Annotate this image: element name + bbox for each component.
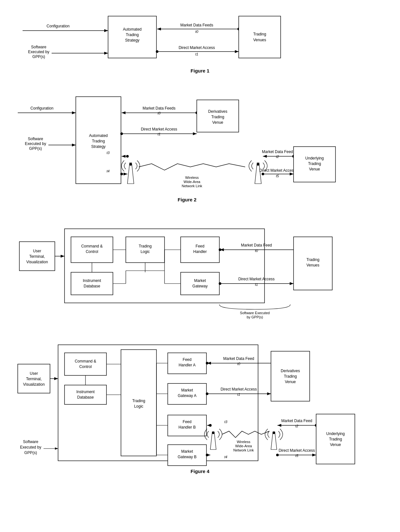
market-gateway-box-fig3 — [181, 272, 219, 295]
svg-point-130 — [273, 431, 275, 434]
figure-4-container: User Terminal, Visualization Software Ex… — [13, 332, 387, 480]
figure-4-svg: User Terminal, Visualization Software Ex… — [13, 332, 387, 480]
svg-text:Wide-Area: Wide-Area — [184, 180, 201, 184]
figure-2-title: Figure 2 — [178, 197, 196, 202]
svg-text:Logic: Logic — [134, 404, 144, 409]
instrument-db-box-fig4 — [65, 385, 106, 404]
svg-text:Command &: Command & — [75, 359, 96, 363]
svg-text:Trading: Trading — [308, 161, 321, 166]
figure-3-svg: User Terminal, Visualization Command & C… — [13, 219, 387, 322]
svg-text:Trading: Trading — [126, 33, 139, 37]
svg-text:Handler: Handler — [193, 249, 207, 254]
svg-text:Market: Market — [181, 449, 193, 454]
svg-point-119 — [206, 362, 208, 364]
config-label-fig1: Configuration — [46, 24, 69, 28]
wireless-label-fig2: Wireless — [185, 176, 199, 179]
svg-text:Feed: Feed — [183, 420, 191, 424]
svg-text:Underlying: Underlying — [326, 431, 345, 436]
mdf-underlying-label: Market Data Feed — [262, 150, 293, 154]
svg-text:Instrument: Instrument — [76, 390, 95, 394]
svg-text:Trading: Trading — [139, 244, 152, 248]
svg-text:t1: t1 — [157, 132, 160, 136]
svg-text:Strategy: Strategy — [91, 144, 106, 149]
svg-text:Database: Database — [77, 395, 94, 400]
software-gpp-label-fig3: Software Executed — [240, 311, 270, 315]
svg-text:Terminal,: Terminal, — [29, 254, 45, 259]
svg-text:Software: Software — [23, 440, 38, 444]
svg-text:Venue: Venue — [330, 442, 341, 447]
svg-text:Command &: Command & — [81, 244, 103, 248]
svg-text:Trading: Trading — [253, 32, 266, 36]
svg-text:Terminal,: Terminal, — [26, 377, 42, 381]
svg-text:t5: t5 — [276, 174, 279, 178]
figure-1-title: Figure 1 — [191, 68, 209, 73]
svg-text:Trading: Trading — [284, 374, 297, 379]
mdf-deriv-label: Market Data Feeds — [143, 106, 175, 111]
svg-text:Derivatives: Derivatives — [281, 369, 300, 373]
svg-text:t1: t1 — [255, 283, 258, 286]
svg-text:t1: t1 — [195, 52, 198, 56]
svg-text:Strategy: Strategy — [125, 38, 140, 43]
svg-text:t4: t4 — [106, 169, 109, 173]
svg-text:Gateway B: Gateway B — [178, 455, 197, 459]
svg-text:Handler A: Handler A — [179, 363, 196, 367]
figure-1-svg: Configuration Software Executed by GPP(s… — [13, 6, 387, 77]
svg-text:Venue: Venue — [285, 380, 296, 384]
svg-text:t2: t2 — [276, 155, 279, 159]
svg-text:Executed by: Executed by — [25, 141, 46, 146]
mdf-a-label: Market Data Feed — [223, 356, 254, 361]
svg-text:GPP(s): GPP(s) — [24, 450, 37, 455]
svg-text:Venue: Venue — [309, 167, 320, 171]
svg-text:t4: t4 — [224, 455, 227, 459]
wireless-label-fig4: Wireless — [237, 440, 251, 444]
config-label-fig2: Configuration — [30, 106, 53, 111]
software-label-fig1: Software — [31, 45, 46, 49]
ats-box-fig1 — [108, 16, 156, 58]
figure-2-container: Configuration Software Executed by GPP(s… — [13, 87, 387, 209]
svg-text:Venues: Venues — [306, 263, 319, 267]
svg-text:Trading: Trading — [132, 399, 145, 403]
svg-text:Trading: Trading — [211, 115, 224, 119]
figure-2-svg: Configuration Software Executed by GPP(s… — [13, 87, 387, 209]
svg-text:t3: t3 — [106, 151, 110, 155]
figure-4-title: Figure 4 — [191, 469, 210, 474]
svg-marker-36 — [255, 163, 261, 184]
svg-text:Automated: Automated — [89, 133, 108, 138]
svg-text:Visualization: Visualization — [23, 382, 45, 387]
market-data-label-fig1: Market Data Feeds — [180, 23, 213, 27]
svg-text:Underlying: Underlying — [305, 156, 324, 160]
svg-text:t0: t0 — [237, 362, 240, 366]
svg-text:t3: t3 — [224, 420, 227, 424]
svg-point-44 — [120, 173, 123, 175]
svg-point-35 — [129, 163, 132, 166]
svg-point-83 — [219, 282, 221, 285]
svg-text:Executed by: Executed by — [28, 50, 49, 54]
svg-text:User: User — [33, 249, 41, 253]
svg-text:Trading: Trading — [329, 437, 342, 441]
svg-point-37 — [257, 163, 259, 166]
svg-point-143 — [276, 454, 279, 456]
svg-text:Gateway A: Gateway A — [178, 393, 196, 398]
instrument-db-box-fig3 — [71, 272, 113, 295]
dma-label-fig1: Direct Market Access — [179, 45, 215, 50]
trading-venues-box-fig1 — [239, 16, 281, 58]
svg-text:t2: t2 — [295, 424, 298, 428]
svg-text:Wide-Area: Wide-Area — [235, 444, 252, 448]
svg-text:Executed by: Executed by — [20, 445, 41, 450]
svg-text:Automated: Automated — [123, 27, 142, 32]
dma-b-label: Direct Market Access — [279, 448, 315, 453]
svg-text:by GPP(s): by GPP(s) — [247, 315, 263, 319]
svg-text:Handler B: Handler B — [178, 425, 195, 430]
svg-text:t5: t5 — [295, 454, 298, 458]
svg-text:Network Link: Network Link — [233, 448, 254, 452]
command-control-box-fig4 — [65, 353, 106, 375]
svg-text:t0: t0 — [195, 30, 198, 34]
svg-text:Gateway: Gateway — [192, 284, 207, 288]
figure-3-container: User Terminal, Visualization Command & C… — [13, 219, 387, 322]
svg-text:Control: Control — [86, 249, 98, 254]
svg-text:t0: t0 — [255, 249, 258, 253]
svg-text:Control: Control — [79, 364, 92, 369]
svg-text:Network Link: Network Link — [182, 184, 202, 188]
svg-point-80 — [219, 248, 221, 251]
svg-text:Derivatives: Derivatives — [208, 109, 227, 114]
